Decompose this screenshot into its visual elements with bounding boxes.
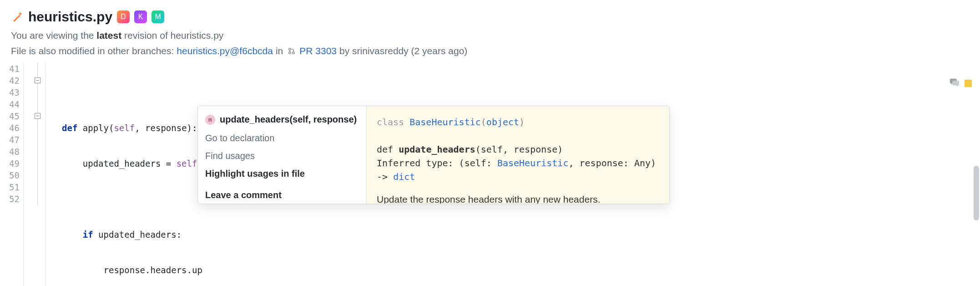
fold-toggle-icon[interactable]: − [35, 113, 40, 119]
comments-icon[interactable] [949, 77, 959, 89]
doc-class-line: class BaseHeuristic(object) [377, 115, 659, 129]
branch-author: by srinivasreddy (2 years ago) [339, 46, 467, 56]
revision-suffix: revision of heuristics.py [121, 30, 223, 41]
line-number: 45 [0, 110, 20, 122]
keyword: if [83, 230, 93, 240]
keyword: def [62, 123, 77, 133]
find-usages-item[interactable]: Find usages [198, 147, 366, 165]
code-text: , response): [135, 123, 197, 133]
line-number: 42 [0, 75, 20, 87]
doc-class-name[interactable]: BaseHeuristic [409, 117, 481, 128]
line-number: 51 [0, 181, 20, 193]
paren: ( [109, 123, 114, 133]
code-text: updated_headers: [93, 230, 182, 240]
revision-latest: latest [96, 30, 121, 41]
doc-inferred-line: Inferred type: (self: BaseHeuristic, res… [377, 156, 659, 184]
file-header: heuristics.py D K M You are viewing the … [0, 0, 980, 59]
code-line: if updated_headers: [62, 229, 327, 240]
method-icon: m [205, 115, 215, 125]
file-title: heuristics.py [28, 9, 112, 25]
doc-type-link[interactable]: BaseHeuristic [497, 158, 569, 169]
svg-point-2 [293, 52, 294, 54]
doc-paren: ( [481, 117, 486, 128]
line-number: 43 [0, 87, 20, 98]
code-line: response.headers.up [62, 264, 327, 276]
branch-prefix: File is also modified in other branches: [11, 46, 174, 56]
popup-symbol-title: m update_headers(self, response) [198, 111, 366, 129]
fold-toggle-icon[interactable]: − [35, 77, 40, 83]
line-number: 44 [0, 98, 20, 110]
line-number: 49 [0, 158, 20, 169]
line-number: 47 [0, 134, 20, 146]
go-to-declaration-item[interactable]: Go to declaration [198, 129, 366, 147]
line-number: 48 [0, 146, 20, 158]
revision-info: You are viewing the latest revision of h… [11, 30, 969, 41]
change-marker-icon[interactable] [965, 80, 972, 87]
self-ref: self [177, 158, 197, 169]
line-number: 50 [0, 169, 20, 181]
leave-comment-item[interactable]: Leave a comment [198, 186, 366, 204]
svg-point-0 [289, 48, 291, 50]
function-name: apply [77, 123, 109, 133]
line-number-gutter: 414243444546474849505152 [0, 63, 24, 286]
code-line [62, 87, 327, 98]
popup-title-text: update_headers(self, response) [220, 114, 357, 125]
doc-blank-line [377, 129, 659, 143]
doc-keyword: class [377, 117, 409, 128]
branch-commit-link[interactable]: heuristics.py@f6cbcda [177, 46, 273, 56]
reviewer-avatar-d[interactable]: D [117, 10, 130, 23]
title-row: heuristics.py D K M [11, 9, 969, 25]
editor-right-gutter [949, 77, 972, 89]
doc-paren: ) [519, 117, 525, 128]
vertical-scrollbar[interactable] [974, 166, 979, 220]
doc-base-class[interactable]: object [486, 117, 519, 128]
popup-documentation-panel: class BaseHeuristic(object) def update_h… [366, 106, 669, 204]
revision-prefix: You are viewing the [11, 30, 96, 41]
line-number: 52 [0, 193, 20, 205]
branch-info: File is also modified in other branches:… [11, 46, 969, 56]
popup-actions-panel: m update_headers(self, response) Go to d… [198, 106, 366, 204]
fold-guide-line [37, 63, 38, 205]
doc-inferred-prefix: Inferred type: (self: [377, 158, 497, 169]
quick-doc-popup: m update_headers(self, response) Go to d… [197, 106, 670, 204]
reviewer-avatar-m[interactable]: M [152, 10, 164, 23]
fold-gutter: − − [24, 63, 45, 286]
highlight-usages-item[interactable]: Highlight usages in file [198, 165, 366, 183]
pull-request-icon [288, 47, 296, 55]
doc-type-link[interactable]: dict [393, 171, 415, 182]
self-param: self [114, 123, 135, 133]
line-number: 41 [0, 63, 20, 75]
code-text: response.headers.up [62, 265, 202, 275]
svg-point-1 [289, 52, 291, 54]
doc-def-sig: (self, response) [475, 144, 563, 155]
doc-def-line: def update_headers(self, response) [377, 143, 659, 156]
line-number: 46 [0, 122, 20, 134]
branch-in: in [276, 46, 283, 56]
pr-link[interactable]: PR 3303 [299, 46, 337, 56]
doc-description: Update the response headers with any new… [377, 193, 659, 204]
reviewer-avatar-k[interactable]: K [134, 10, 147, 23]
doc-def-name: update_headers [399, 144, 475, 155]
magic-wand-icon [11, 10, 24, 23]
code-text: updated_headers = [62, 158, 177, 169]
doc-def-kw: def [377, 144, 399, 155]
